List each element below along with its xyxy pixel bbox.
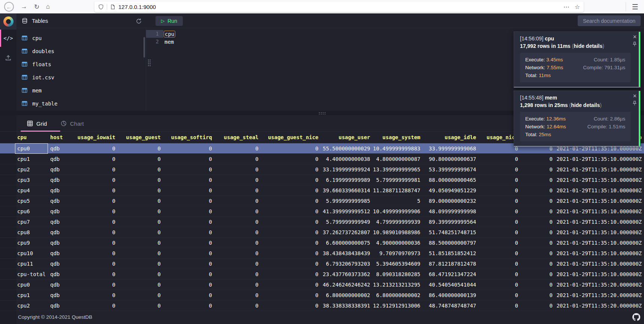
grid-cell[interactable]: 0 [214, 175, 260, 185]
grid-cell[interactable]: cpu5 [15, 196, 48, 206]
grid-column-header[interactable]: usage_guest_nice [260, 132, 320, 143]
grid-cell[interactable]: 88.500000000797 [422, 238, 478, 248]
grid-cell[interactable]: 0 [520, 175, 554, 185]
grid-cell[interactable]: 33.999999999068 [422, 143, 478, 154]
grid-cell[interactable]: 0 [520, 206, 554, 217]
grid-cell[interactable]: 51.851851852412 [422, 248, 478, 259]
grid-cell[interactable]: 0 [260, 227, 320, 238]
table-row[interactable]: cpu5qdb000005.999999999985589.0000000002… [0, 196, 644, 206]
tab-grid[interactable]: Grid [27, 115, 47, 132]
grid-cell[interactable]: 0 [520, 196, 554, 206]
grid-cell[interactable]: 5 [372, 196, 422, 206]
browser-back-button[interactable]: ← [4, 0, 14, 13]
grid-cell[interactable]: 2021-01-29T11:35:10.000000Z [554, 248, 643, 259]
grid-cell[interactable]: 13.213213213295 [372, 279, 422, 290]
grid-cell[interactable]: qdb [48, 196, 72, 206]
grid-cell[interactable]: 0 [260, 196, 320, 206]
grid-cell[interactable]: 0 [117, 143, 162, 154]
grid-cell[interactable]: 0 [478, 185, 520, 196]
grid-cell[interactable]: 39.660339660314 [320, 185, 372, 196]
grid-cell[interactable]: 2021-01-29T11:35:10.000000Z [554, 259, 643, 269]
grid-cell[interactable]: 8.090318280285 [372, 269, 422, 279]
pin-notification-button[interactable] [632, 42, 637, 47]
table-row[interactable]: cpu1qdb000004.4000000000384.800000000087… [0, 154, 644, 164]
grid-cell[interactable]: qdb [48, 290, 72, 300]
grid-cell[interactable]: 46.246246246242 [320, 279, 372, 290]
grid-cell[interactable]: 2021-01-29T11:35:10.000000Z [554, 175, 643, 185]
grid-cell[interactable]: 0 [162, 279, 214, 290]
grid-cell[interactable]: 0 [260, 175, 320, 185]
grid-cell[interactable]: 0 [162, 143, 214, 154]
grid-cell[interactable]: 0 [260, 269, 320, 279]
questdb-logo[interactable] [0, 13, 16, 30]
table-row[interactable]: cpu3qdb000006.1999999999895.799999999981… [0, 175, 644, 185]
grid-cell[interactable]: cpu7 [15, 217, 48, 227]
grid-cell[interactable]: 0 [260, 217, 320, 227]
grid-cell[interactable]: 10.499999999906 [372, 206, 422, 217]
grid-cell[interactable]: 0 [478, 206, 520, 217]
table-row[interactable]: cpu6qdb0000041.39999999951210.4999999999… [0, 206, 644, 217]
grid-cell[interactable]: 2021-01-29T11:35:10.000000Z [554, 206, 643, 217]
grid-cell[interactable]: 0 [520, 248, 554, 259]
grid-cell[interactable]: 0 [117, 248, 162, 259]
url-bar[interactable]: 127.0.0.1:9000 ⋯ ☆ [94, 1, 584, 12]
grid-cell[interactable]: 2021-01-29T11:35:20.000000Z [554, 279, 643, 290]
grid-cell[interactable]: cpu0 [15, 279, 48, 290]
grid-cell[interactable]: 0 [162, 227, 214, 238]
grid-cell[interactable]: cpu1 [15, 290, 48, 300]
grid-cell[interactable]: 0 [214, 185, 260, 196]
sidebar-scrollbar[interactable] [143, 37, 145, 58]
grid-cell[interactable]: 0 [117, 238, 162, 248]
grid-cell[interactable]: 0 [117, 154, 162, 164]
pin-notification-button[interactable] [632, 101, 637, 106]
grid-column-header[interactable]: usage_iowait [72, 132, 117, 143]
grid-cell[interactable]: 0 [478, 300, 520, 311]
grid-cell[interactable]: 5.394605394609 [372, 259, 422, 269]
grid-cell[interactable]: 0 [214, 196, 260, 206]
grid-column-header[interactable]: cpu [15, 132, 48, 143]
grid-cell[interactable]: 6.800000000002 [320, 290, 372, 300]
grid-cell[interactable]: 0 [478, 227, 520, 238]
table-row[interactable]: cpu11qdb000006.7932067932035.39460539460… [0, 259, 644, 269]
grid-cell[interactable]: 0 [260, 164, 320, 175]
grid-cell[interactable]: qdb [48, 227, 72, 238]
grid-cell[interactable]: qdb [48, 259, 72, 269]
grid-cell[interactable]: qdb [48, 248, 72, 259]
grid-column-header[interactable]: host [48, 132, 72, 143]
grid-cell[interactable]: 0 [260, 206, 320, 217]
grid-cell[interactable]: 0 [117, 279, 162, 290]
grid-cell[interactable]: qdb [48, 269, 72, 279]
grid-cell[interactable]: 6.600000000075 [320, 238, 372, 248]
hide-details-link[interactable]: hide details [571, 102, 600, 108]
grid-cell[interactable]: 49.050949051229 [422, 185, 478, 196]
grid-cell[interactable]: 0 [214, 164, 260, 175]
table-list-item[interactable]: mem [16, 84, 146, 97]
grid-cell[interactable]: 0 [162, 269, 214, 279]
bookmark-star-icon[interactable]: ☆ [575, 3, 580, 10]
grid-cell[interactable]: 0 [478, 164, 520, 175]
table-row[interactable]: cpu10qdb0000038.4384384384399.7097097097… [0, 248, 644, 259]
grid-cell[interactable]: 2021-01-29T11:35:10.000000Z [554, 185, 643, 196]
grid-cell[interactable]: 2021-01-29T11:35:10.000000Z [554, 164, 643, 175]
grid-cell[interactable]: 0 [117, 227, 162, 238]
grid-cell[interactable]: 5.799999999981 [372, 175, 422, 185]
browser-menu-button[interactable]: ☰ [630, 0, 640, 13]
grid-cell[interactable]: cpu4 [15, 185, 48, 196]
grid-cell[interactable]: 0 [260, 248, 320, 259]
grid-cell[interactable]: 0 [214, 279, 260, 290]
grid-cell[interactable]: 0 [520, 217, 554, 227]
table-row[interactable]: cpu2qdb0000033.19999999992413.3999999999… [0, 164, 644, 175]
grid-cell[interactable]: 0 [478, 259, 520, 269]
grid-cell[interactable]: cpu2 [15, 164, 48, 175]
grid-cell[interactable]: 0 [520, 300, 554, 311]
shield-icon[interactable] [98, 4, 104, 10]
table-row[interactable]: cpu0qdb0000046.24624624624213.2132132132… [0, 279, 644, 290]
grid-cell[interactable]: 0 [162, 185, 214, 196]
table-list-item[interactable]: cpu [16, 31, 146, 45]
grid-cell[interactable]: 2021-01-29T11:35:10.000000Z [554, 154, 643, 164]
table-row[interactable]: cpu-totalqdb0000023.4377603733628.090318… [0, 269, 644, 279]
grid-cell[interactable]: 13.399999999965 [372, 164, 422, 175]
grid-cell[interactable]: 0 [162, 164, 214, 175]
grid-cell[interactable]: 2021-01-29T11:35:10.000000Z [554, 269, 643, 279]
grid-cell[interactable]: 0 [72, 154, 117, 164]
